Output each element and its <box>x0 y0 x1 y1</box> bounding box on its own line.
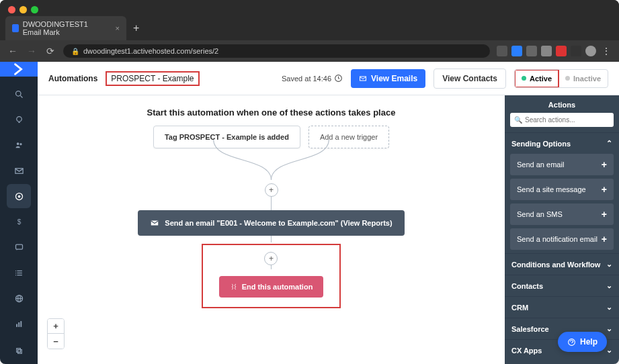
chevron-logo-icon <box>11 62 26 77</box>
section-label: Conditions and Workflow <box>511 261 600 269</box>
chevron-down-icon: ⌄ <box>606 260 612 269</box>
status-inactive-button[interactable]: Inactive <box>559 70 608 87</box>
trigger-node[interactable]: Tag PROSPECT - Example is added <box>153 126 300 148</box>
zoom-out-button[interactable]: − <box>48 334 64 349</box>
add-trigger-node[interactable]: Add a new trigger <box>308 126 389 148</box>
send-email-node[interactable]: Send an email "E001 - Welcome to Example… <box>138 210 404 236</box>
window-traffic-lights <box>0 0 619 16</box>
nav-apps[interactable] <box>7 338 31 363</box>
add-step-button[interactable]: + <box>265 183 278 197</box>
section-label: CX Apps <box>511 347 542 355</box>
copy-icon <box>14 346 24 356</box>
view-contacts-button[interactable]: View Contacts <box>434 69 506 89</box>
nav-automations[interactable] <box>7 184 31 208</box>
forward-button[interactable]: → <box>26 46 38 56</box>
bar-chart-icon <box>14 319 24 329</box>
automation-canvas[interactable]: Start this automation when one of these … <box>38 95 505 364</box>
nav-reports[interactable] <box>7 312 31 336</box>
action-send-email[interactable]: Send an email+ <box>510 154 614 175</box>
saved-indicator: Saved at 14:46 <box>282 74 343 83</box>
globe-icon <box>14 293 24 304</box>
maximize-window-dot[interactable] <box>31 6 38 13</box>
envelope-icon <box>359 75 367 83</box>
extension-icon[interactable] <box>541 46 552 56</box>
back-button[interactable]: ← <box>7 46 19 56</box>
chevron-up-icon: ⌃ <box>606 139 612 148</box>
end-automation-node[interactable]: End this automation <box>219 276 324 298</box>
chat-icon <box>14 242 24 253</box>
close-window-dot[interactable] <box>8 6 15 13</box>
svg-rect-24 <box>17 349 22 353</box>
minimize-window-dot[interactable] <box>19 6 27 13</box>
breadcrumb[interactable]: Automations <box>48 74 97 83</box>
send-email-label: Send an email "E001 - Welcome to Example… <box>165 219 392 227</box>
browser-menu-icon[interactable]: ⋮ <box>600 46 612 56</box>
actions-search-input[interactable] <box>510 113 614 127</box>
section-crm[interactable]: CRM⌄ <box>505 296 619 318</box>
active-dot-icon <box>522 76 526 81</box>
chevron-down-icon: ⌄ <box>606 324 612 333</box>
svg-rect-20 <box>16 324 17 326</box>
tab-favicon <box>12 24 19 32</box>
add-step-button[interactable]: + <box>264 252 278 265</box>
tab-title: DWOODINGTEST1 Email Mark <box>23 20 108 36</box>
item-label: Send an email <box>517 161 564 169</box>
nav-ideas[interactable] <box>7 107 31 132</box>
nav-conversations[interactable] <box>7 235 31 259</box>
connector-line <box>271 197 272 210</box>
action-send-sms[interactable]: Send an SMS+ <box>510 203 614 225</box>
highlighted-region: + End this automation <box>202 244 341 308</box>
automation-title[interactable]: PROSPECT - Example <box>106 71 199 86</box>
zoom-in-button[interactable]: + <box>48 319 64 334</box>
view-emails-button[interactable]: View Emails <box>351 69 425 88</box>
address-bar[interactable]: 🔒 dwoodingtest1.activehosted.com/series/… <box>63 44 490 58</box>
close-tab-icon[interactable]: × <box>116 24 120 32</box>
extension-icon[interactable] <box>526 46 537 56</box>
inactive-dot-icon <box>565 76 570 81</box>
section-label: Contacts <box>511 282 543 290</box>
action-send-notification[interactable]: Send a notification email+ <box>510 228 614 250</box>
svg-line-1 <box>20 95 22 97</box>
action-send-site-message[interactable]: Send a site message+ <box>510 179 614 200</box>
section-sending-options[interactable]: Sending Options ⌃ <box>505 132 619 154</box>
app-logo[interactable] <box>0 62 38 77</box>
url-text: dwoodingtest1.activehosted.com/series/2 <box>83 47 218 55</box>
svg-point-0 <box>15 91 21 96</box>
nav-contacts[interactable] <box>7 133 31 157</box>
nav-campaigns[interactable] <box>7 158 31 183</box>
chevron-down-icon: ⌄ <box>606 346 612 355</box>
nav-deals[interactable]: $ <box>7 210 31 234</box>
nav-search[interactable] <box>7 82 31 106</box>
nav-site[interactable] <box>7 286 31 310</box>
extension-icon[interactable] <box>497 46 507 56</box>
help-label: Help <box>580 337 597 347</box>
new-tab-button[interactable]: + <box>126 22 146 34</box>
extension-icon[interactable] <box>571 46 581 56</box>
connector-line <box>271 236 272 242</box>
status-active-label: Active <box>530 75 552 83</box>
plus-icon: + <box>602 234 607 244</box>
section-conditions[interactable]: Conditions and Workflow⌄ <box>505 253 619 275</box>
extension-icon[interactable] <box>556 46 567 56</box>
svg-rect-21 <box>18 322 19 327</box>
end-label: End this automation <box>242 283 313 291</box>
extension-icon[interactable] <box>511 46 522 56</box>
svg-rect-22 <box>20 321 22 327</box>
svg-point-15 <box>15 272 15 273</box>
plus-icon: + <box>602 159 607 170</box>
section-label: Sending Options <box>511 140 571 148</box>
profile-icon[interactable] <box>585 46 596 56</box>
reload-button[interactable]: ⟳ <box>44 46 56 56</box>
status-active-button[interactable]: Active <box>515 70 559 87</box>
search-icon: 🔍 <box>514 116 522 124</box>
section-contacts[interactable]: Contacts⌄ <box>505 275 619 296</box>
svg-rect-23 <box>16 348 20 352</box>
list-icon <box>14 268 24 278</box>
nav-lists[interactable] <box>7 261 31 285</box>
help-button[interactable]: Help <box>558 332 607 352</box>
svg-point-5 <box>19 143 22 145</box>
people-icon <box>14 140 24 150</box>
history-icon[interactable] <box>334 74 343 83</box>
chevron-down-icon: ⌄ <box>606 303 612 312</box>
browser-tab[interactable]: DWOODINGTEST1 Email Mark × <box>5 16 126 40</box>
